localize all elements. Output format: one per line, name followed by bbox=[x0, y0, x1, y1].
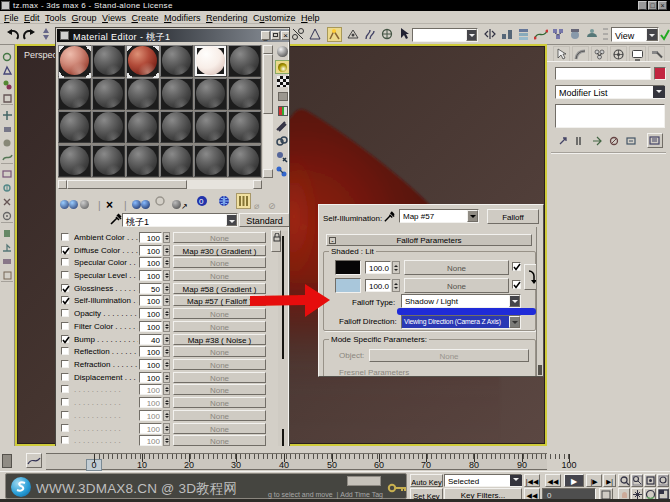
svg-text:0: 0 bbox=[199, 197, 204, 206]
